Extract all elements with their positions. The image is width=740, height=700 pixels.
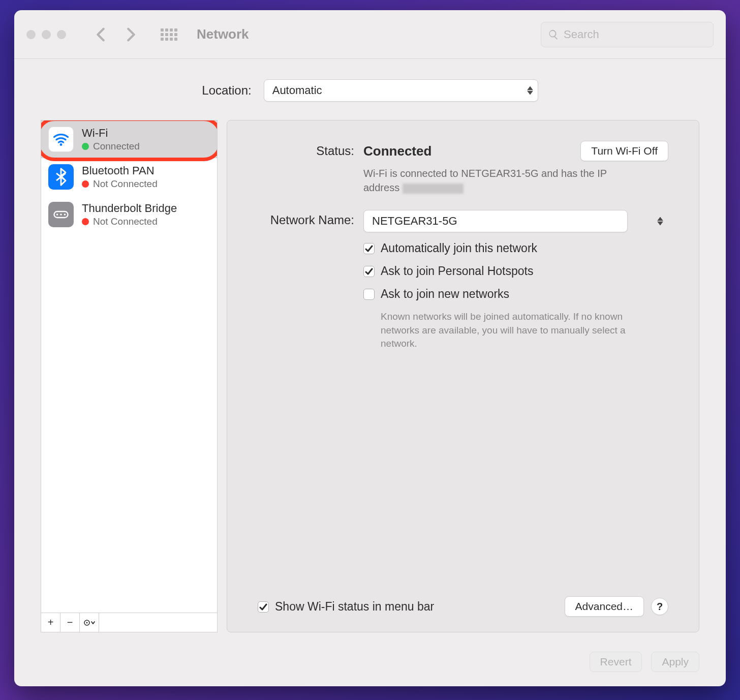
minimize-window-button[interactable] — [42, 30, 51, 39]
sidebar-item-thunderbolt[interactable]: Thunderbolt Bridge Not Connected — [41, 196, 217, 233]
thunderbolt-bridge-icon — [48, 202, 74, 227]
auto-join-checkbox[interactable] — [363, 243, 375, 254]
location-row: Location: Automatic — [14, 59, 726, 120]
status-dot-icon — [82, 180, 89, 188]
location-label: Location: — [202, 83, 251, 98]
service-status: Not Connected — [93, 178, 158, 190]
svg-marker-9 — [657, 217, 663, 221]
network-name-select[interactable]: NETGEAR31-5G — [363, 210, 668, 232]
sidebar-item-bluetooth[interactable]: Bluetooth PAN Not Connected — [41, 158, 217, 196]
toggle-wifi-button[interactable]: Turn Wi-Fi Off — [580, 141, 668, 161]
forward-button[interactable] — [126, 27, 136, 42]
service-list: Wi-Fi Connected Bluetooth PAN — [41, 120, 218, 613]
apply-button[interactable]: Apply — [651, 652, 699, 672]
location-select[interactable]: Automatic — [264, 79, 538, 102]
search-field-wrap — [541, 22, 714, 47]
redacted-ip — [403, 184, 464, 194]
service-name: Bluetooth PAN — [82, 164, 158, 177]
sidebar-item-wifi[interactable]: Wi-Fi Connected — [41, 120, 217, 158]
status-label: Status: — [258, 141, 354, 158]
remove-service-button[interactable]: − — [60, 613, 80, 632]
traffic-lights — [26, 30, 66, 39]
close-window-button[interactable] — [26, 30, 36, 39]
chevron-updown-icon — [527, 86, 533, 95]
status-dot-icon — [82, 218, 89, 225]
network-name-label: Network Name: — [258, 210, 354, 227]
add-service-button[interactable]: + — [41, 613, 60, 632]
chevron-updown-icon — [657, 217, 663, 226]
svg-point-4 — [56, 214, 58, 216]
service-status: Connected — [93, 141, 140, 152]
service-status: Not Connected — [93, 216, 158, 227]
svg-marker-0 — [527, 86, 533, 90]
sidebar: Wi-Fi Connected Bluetooth PAN — [41, 120, 218, 632]
personal-hotspots-checkbox[interactable] — [363, 266, 375, 277]
service-name: Wi-Fi — [82, 127, 140, 140]
auto-join-label: Automatically join this network — [381, 241, 537, 255]
nav-arrows — [96, 27, 136, 42]
bluetooth-icon — [48, 164, 74, 190]
footer-buttons: Revert Apply — [14, 642, 726, 686]
search-icon — [548, 29, 559, 40]
back-button[interactable] — [96, 27, 106, 42]
svg-marker-1 — [527, 91, 533, 95]
revert-button[interactable]: Revert — [590, 652, 642, 672]
status-value: Connected — [363, 143, 431, 159]
main-panel: Status: Connected Turn Wi-Fi Off Wi-Fi i… — [227, 120, 699, 632]
svg-point-5 — [60, 214, 62, 216]
new-networks-label: Ask to join new networks — [381, 287, 509, 301]
new-networks-help: Known networks will be joined automatica… — [381, 310, 635, 351]
show-menubar-label: Show Wi-Fi status in menu bar — [275, 600, 434, 614]
status-dot-icon — [82, 143, 89, 150]
show-all-icon[interactable] — [161, 28, 177, 41]
toolbar: Network — [14, 10, 726, 59]
svg-point-6 — [64, 214, 66, 216]
status-description: Wi-Fi is connected to NETGEAR31-5G and h… — [363, 166, 628, 195]
search-input[interactable] — [541, 22, 714, 47]
window-title: Network — [197, 26, 249, 42]
help-button[interactable]: ? — [651, 598, 668, 615]
zoom-window-button[interactable] — [57, 30, 66, 39]
sidebar-footer: + − — [41, 613, 218, 632]
show-menubar-checkbox[interactable] — [258, 601, 269, 613]
network-name-value: NETGEAR31-5G — [372, 215, 457, 228]
service-name: Thunderbolt Bridge — [82, 202, 177, 215]
more-options-button[interactable] — [80, 613, 99, 632]
svg-marker-10 — [657, 222, 663, 226]
advanced-button[interactable]: Advanced… — [565, 596, 644, 617]
network-preferences-window: Network Location: Automatic — [14, 10, 726, 686]
location-value: Automatic — [272, 84, 322, 97]
personal-hotspots-label: Ask to join Personal Hotspots — [381, 264, 533, 278]
wifi-icon — [48, 127, 74, 152]
svg-point-2 — [60, 143, 63, 146]
new-networks-checkbox[interactable] — [363, 289, 375, 300]
svg-point-8 — [86, 622, 87, 623]
